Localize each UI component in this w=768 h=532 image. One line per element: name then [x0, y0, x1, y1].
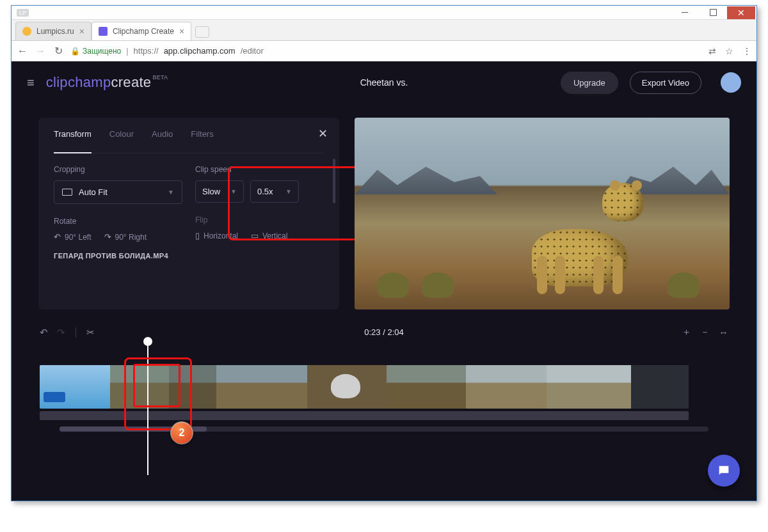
- timeline-scrollbar[interactable]: [60, 426, 708, 432]
- split-icon[interactable]: ✂: [86, 327, 95, 338]
- timeline-clip[interactable]: [110, 365, 169, 409]
- redo-icon: ↷: [57, 327, 65, 338]
- tab-title: Lumpics.ru: [36, 27, 74, 36]
- browser-tabs: Lumpics.ru × Clipchamp Create ×: [12, 20, 756, 41]
- zoom-out-icon[interactable]: －: [700, 326, 710, 338]
- cropping-dropdown[interactable]: Auto Fit ▼: [54, 180, 182, 204]
- chat-icon: [717, 464, 731, 478]
- profile-badge: LP: [17, 9, 29, 17]
- chevron-down-icon: ▼: [230, 188, 237, 195]
- transform-panel: ✕ Transform Colour Audio Filters Croppin…: [38, 118, 339, 309]
- bookmark-icon[interactable]: ☆: [725, 46, 733, 56]
- timeline-clip[interactable]: [40, 365, 110, 409]
- panel-tabs: Transform Colour Audio Filters: [54, 129, 324, 153]
- favicon-icon: [22, 27, 31, 36]
- video-preview[interactable]: [355, 118, 730, 309]
- flip-horizontal-button[interactable]: ▯Horizontal: [195, 231, 238, 240]
- hamburger-icon[interactable]: ≡: [27, 75, 35, 90]
- chevron-down-icon: ▼: [168, 189, 174, 196]
- undo-icon[interactable]: ↶: [40, 327, 48, 338]
- window-maximize-button[interactable]: [699, 6, 727, 19]
- browser-window: LP ✕ Lumpics.ru × Clipchamp Create × ← →…: [11, 5, 757, 501]
- menu-icon[interactable]: ⋮: [742, 46, 751, 56]
- address-bar-row: ← → ↻ 🔒 Защищено | https://app.clipchamp…: [12, 41, 756, 61]
- timeline-clip[interactable]: [387, 365, 466, 409]
- timeline-clip[interactable]: [307, 365, 387, 409]
- reload-icon[interactable]: ↻: [52, 45, 64, 57]
- timeline[interactable]: 2: [12, 338, 756, 451]
- workspace: ✕ Transform Colour Audio Filters Croppin…: [12, 104, 756, 316]
- flip-horizontal-icon: ▯: [195, 231, 200, 240]
- annotation-badge-2: 2: [170, 421, 193, 444]
- timeline-clip[interactable]: [216, 365, 307, 409]
- browser-tab-lumpics[interactable]: Lumpics.ru ×: [15, 22, 92, 40]
- tab-colour[interactable]: Colour: [109, 129, 134, 145]
- app-topbar: ≡ clipchampcreateBETA Cheetan vs. Upgrad…: [12, 61, 756, 104]
- window-minimize-button[interactable]: [671, 6, 699, 19]
- tab-audio[interactable]: Audio: [152, 129, 173, 145]
- preview-subject: [525, 183, 647, 292]
- tab-transform[interactable]: Transform: [54, 129, 92, 153]
- chat-button[interactable]: [708, 455, 740, 487]
- url-host: app.clipchamp.com: [164, 46, 236, 56]
- timeline-toolbar: ↶ ↷ ✂ 0:23 / 2:04 ＋ － ↔: [12, 316, 756, 338]
- translate-icon[interactable]: ⇄: [708, 46, 716, 56]
- back-icon[interactable]: ←: [17, 45, 28, 57]
- address-bar[interactable]: 🔒 Защищено | https://app.clipchamp.com/e…: [70, 46, 702, 56]
- rotate-label: Rotate: [54, 217, 182, 226]
- close-tab-icon[interactable]: ×: [79, 26, 84, 36]
- playhead[interactable]: [147, 341, 148, 475]
- close-panel-icon[interactable]: ✕: [318, 127, 328, 141]
- export-video-button[interactable]: Export Video: [630, 72, 701, 94]
- rotate-right-button[interactable]: ↷90° Right: [104, 232, 147, 242]
- speed-mode-dropdown[interactable]: Slow▼: [195, 180, 244, 203]
- browser-tab-clipchamp[interactable]: Clipchamp Create ×: [92, 22, 191, 40]
- rotate-left-button[interactable]: ↶90° Left: [54, 232, 92, 242]
- audio-track[interactable]: [40, 411, 689, 420]
- close-tab-icon[interactable]: ×: [179, 26, 184, 36]
- upgrade-button[interactable]: Upgrade: [561, 72, 618, 94]
- timeline-clip[interactable]: [466, 365, 547, 409]
- chevron-down-icon: ▼: [285, 188, 292, 195]
- favicon-icon: [99, 27, 108, 36]
- flip-vertical-button[interactable]: ▭Vertical: [251, 231, 287, 240]
- crop-icon: [62, 189, 72, 196]
- lock-icon: 🔒: [70, 47, 80, 56]
- secure-indicator: 🔒 Защищено: [70, 47, 121, 56]
- timecode: 0:23 / 2:04: [364, 327, 403, 337]
- app-logo: clipchampcreateBETA: [46, 74, 168, 91]
- forward-icon: →: [35, 45, 46, 57]
- url-path: /editor: [241, 46, 264, 56]
- clipspeed-label: Clip speed: [195, 165, 324, 174]
- rotate-left-icon: ↶: [54, 232, 61, 242]
- zoom-fit-icon[interactable]: ↔: [719, 327, 728, 338]
- window-titlebar: LP ✕: [12, 6, 756, 20]
- clip-track[interactable]: [40, 365, 728, 409]
- tab-title: Clipchamp Create: [113, 27, 174, 36]
- preview-scenery: [355, 164, 497, 194]
- timeline-clip[interactable]: [547, 365, 631, 409]
- project-title[interactable]: Cheetan vs.: [360, 77, 408, 88]
- flip-label: Flip: [195, 215, 324, 224]
- url-scheme: https://: [134, 46, 159, 56]
- user-avatar[interactable]: [721, 72, 741, 93]
- flip-vertical-icon: ▭: [251, 231, 259, 240]
- zoom-in-icon[interactable]: ＋: [682, 326, 691, 338]
- speed-factor-dropdown[interactable]: 0.5x▼: [250, 180, 299, 203]
- panel-scrollbar[interactable]: [333, 159, 335, 203]
- rotate-right-icon: ↷: [104, 232, 111, 242]
- tab-filters[interactable]: Filters: [191, 129, 213, 145]
- clip-filename: ГЕПАРД ПРОТИВ БОЛИДА.MP4: [54, 252, 324, 260]
- clipchamp-app: ≡ clipchampcreateBETA Cheetan vs. Upgrad…: [12, 61, 756, 501]
- timeline-clip[interactable]: [631, 365, 689, 409]
- cropping-label: Cropping: [54, 165, 182, 174]
- timeline-clip[interactable]: [169, 365, 216, 409]
- new-tab-button[interactable]: [195, 26, 209, 38]
- window-close-button[interactable]: ✕: [727, 6, 755, 19]
